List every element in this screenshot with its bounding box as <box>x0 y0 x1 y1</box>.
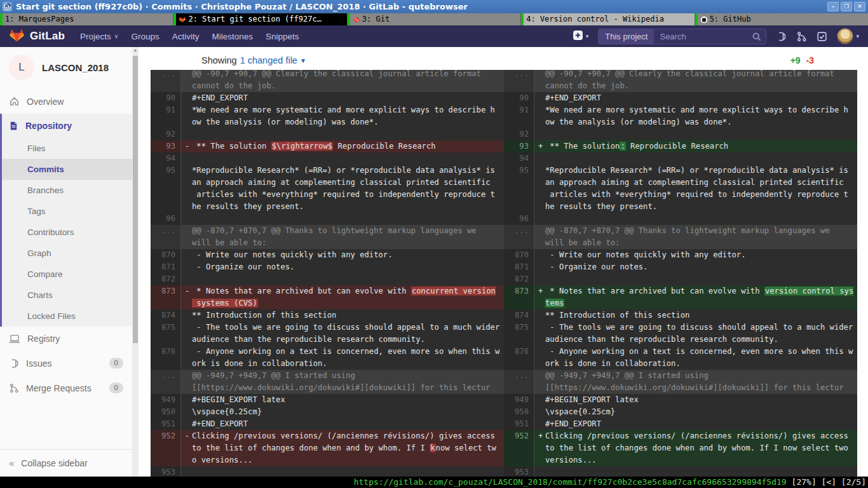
diff-line: - The tools we are going to discuss shou… <box>534 322 857 346</box>
sidebar-item-repository[interactable]: Repository <box>2 114 132 138</box>
diff-line: - Anyone working on a text is concerned,… <box>534 346 857 370</box>
issues-icon <box>9 358 19 369</box>
diff-row: 950\vspace{0.25cm} <box>151 406 504 418</box>
diff-line <box>180 128 504 140</box>
inline-change-highlight: k <box>430 444 435 452</box>
diff-prefix: + <box>538 430 543 442</box>
sidebar-item-issues[interactable]: Issues0 <box>0 351 132 376</box>
sidebar-group: RepositoryFilesCommitsBranchesTagsContri… <box>0 114 132 327</box>
diff-row: 949#+BEGIN_EXPORT latex <box>504 394 857 406</box>
diff-row: 871 - Organize our notes. <box>504 261 857 273</box>
scroll-up-arrow-icon[interactable]: ▲ <box>132 48 139 52</box>
sidebar-item-locked-files[interactable]: Locked Files <box>2 306 132 327</box>
changed-files-dropdown[interactable]: 1 changed file ▼ <box>240 55 306 65</box>
sidebar-item-charts[interactable]: Charts <box>2 285 132 306</box>
sidebar-scrollbar[interactable]: ▲ <box>132 47 139 477</box>
sidebar-item-compare[interactable]: Compare <box>2 264 132 285</box>
nav-item-label: Milestones <box>212 32 253 41</box>
gitlab-brand-name: GitLab <box>30 30 65 43</box>
diff-line: #+END_EXPORT <box>534 418 857 430</box>
diff-line: *Reproducible Research* (=RR=) or *repro… <box>534 165 857 213</box>
showing-label: Showing <box>201 55 237 65</box>
diff-line: ** Introduction of this section <box>180 309 504 322</box>
diff-line: - ** The solution $\rightarrow$ Reproduc… <box>180 140 504 152</box>
line-number: 950 <box>504 406 534 418</box>
dropdown-caret-icon: ▼ <box>300 57 306 64</box>
diff-line: - Organize our notes. <box>534 261 857 273</box>
search-scope-toggle[interactable]: This project <box>599 29 654 44</box>
diff-line <box>180 273 504 285</box>
collapse-sidebar-button[interactable]: « Collapse sidebar <box>0 449 132 477</box>
nav-item-activity[interactable]: Activity <box>166 25 206 47</box>
diff-panel-old: ...@@ -90,7 +90,7 @@ Clearly the classic… <box>151 70 504 477</box>
home-icon <box>9 96 20 107</box>
diff-row: 873+ * Notes that are archived but can e… <box>504 285 857 309</box>
diff-line: @@ -90,7 +90,7 @@ Clearly the classical … <box>534 70 857 92</box>
diff-line <box>180 152 504 165</box>
scrollbar-thumb[interactable] <box>133 56 138 343</box>
diff-row: 95*Reproducible Research* (=RR=) or *rep… <box>151 165 504 213</box>
close-button[interactable]: ✕ <box>854 2 865 11</box>
diff-line: #+END_EXPORT <box>180 418 504 430</box>
sidebar-item-commits[interactable]: Commits <box>2 159 132 180</box>
nav-item-projects[interactable]: Projects∨ <box>74 25 125 47</box>
sidebar-item-files[interactable]: Files <box>2 138 132 159</box>
line-number: 92 <box>504 128 534 140</box>
sidebar-item-merge-requests[interactable]: Merge Requests0 <box>0 376 132 400</box>
line-number: 96 <box>151 213 180 225</box>
chevron-down-icon: ▾ <box>856 33 859 39</box>
search-input[interactable] <box>654 32 766 41</box>
diff-row: 873- * Notes that are archived but can e… <box>151 285 504 309</box>
document-icon <box>9 121 18 131</box>
tab-label: 5: GitHub <box>710 13 751 25</box>
browser-tab-2[interactable]: 2: Start git section (ff927c… <box>173 13 347 25</box>
diff-line: *We need are more systematic and more ex… <box>180 104 504 128</box>
issues-icon[interactable] <box>776 31 787 42</box>
diff-row: 94 <box>151 152 504 165</box>
diff-line: @@ -949,7 +949,7 @@ I started using [[ht… <box>180 370 504 394</box>
browser-tab-4[interactable]: 4: Version control - Wikipedia <box>521 13 695 25</box>
inline-change-highlight: $\rightarrow$ <box>271 142 333 151</box>
browser-tab-1[interactable]: 1: MarquesPages <box>0 13 173 25</box>
new-dropdown-button[interactable]: ▾ <box>573 30 589 43</box>
project-name: LASCON_2018 <box>42 62 109 73</box>
diff-line: - Write our notes quickly with any edito… <box>534 249 857 261</box>
merge-requests-icon[interactable] <box>796 31 807 42</box>
minimize-button[interactable]: – <box>827 2 839 11</box>
sidebar-item-branches[interactable]: Branches <box>2 180 132 201</box>
diff-line: - Write our notes quickly with any edito… <box>180 249 504 261</box>
diff-text: @@ -90,7 +90,7 @@ Clearly the classical … <box>545 70 834 90</box>
nav-item-snippets[interactable]: Snippets <box>259 25 306 47</box>
project-header[interactable]: L LASCON_2018 <box>0 47 132 89</box>
diff-line <box>180 466 504 477</box>
line-number: 870 <box>151 249 180 261</box>
sidebar-item-label: Overview <box>27 97 64 107</box>
sidebar-item-label: Charts <box>27 290 53 300</box>
nav-item-milestones[interactable]: Milestones <box>205 25 259 47</box>
diff-row: ...@@ -870,7 +870,7 @@ Thanks to lightwe… <box>151 225 504 249</box>
sidebar-item-tags[interactable]: Tags <box>2 201 132 222</box>
gitlab-favicon-icon <box>179 16 186 23</box>
sidebar-item-registry[interactable]: Registry <box>0 327 132 351</box>
restore-button[interactable]: ❐ <box>841 2 852 11</box>
diff-row: 876 - Anyone working on a text is concer… <box>504 346 857 370</box>
line-number: ... <box>151 70 180 92</box>
diff-text: - Write our notes quickly with any edito… <box>192 250 393 259</box>
todos-icon[interactable] <box>817 31 827 42</box>
browser-tab-5[interactable]: 5: GitHub <box>695 13 868 25</box>
sidebar-item-contributors[interactable]: Contributors <box>2 222 132 243</box>
tab-label: 1: MarquesPages <box>5 13 74 25</box>
sidebar-item-label: Graph <box>27 248 51 258</box>
diff-line <box>534 152 857 165</box>
browser-tab-3[interactable]: 3: Git <box>348 13 521 25</box>
sidebar-item-overview[interactable]: Overview <box>0 89 132 114</box>
nav-item-groups[interactable]: Groups <box>125 25 165 47</box>
user-menu[interactable]: ▾ <box>837 28 859 44</box>
gitlab-brand[interactable]: GitLab <box>9 27 65 45</box>
sidebar-item-graph[interactable]: Graph <box>2 243 132 264</box>
diff-row: ...@@ -90,7 +90,7 @@ Clearly the classic… <box>504 70 857 92</box>
project-sidebar: L LASCON_2018 OverviewRepositoryFilesCom… <box>0 47 132 477</box>
tab-loaded-indicator <box>695 13 698 25</box>
search-group: This project <box>598 29 766 44</box>
diff-row: 950\vspace{0.25cm} <box>504 406 857 418</box>
